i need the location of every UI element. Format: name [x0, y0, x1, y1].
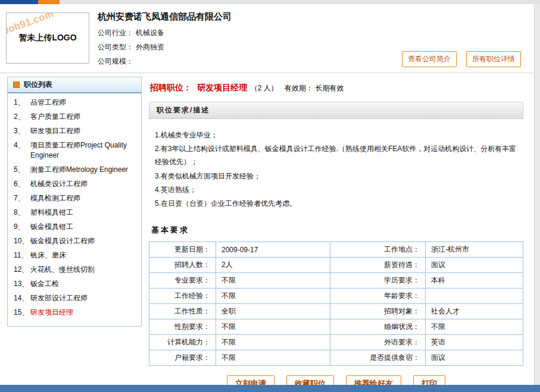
job-item-label: 品管工程师 [30, 98, 138, 108]
job-list-item[interactable]: 2、客户质量工程师 [8, 108, 141, 122]
requirement-label: 婚姻状况： [330, 319, 426, 335]
job-item-number: 1、 [14, 98, 30, 108]
job-item-label: 铣床、磨床 [30, 250, 138, 261]
requirement-value: 不限 [216, 350, 330, 366]
requirement-value [426, 288, 523, 304]
requirements-row: 招聘人数：2人薪资待遇：面议 [149, 258, 523, 273]
list-icon [13, 81, 20, 88]
description-line: 3.有类似机械方面项目开发经验； [155, 170, 521, 183]
view-company-profile-button[interactable]: 查看公司简介 [402, 51, 457, 67]
job-item-number: 6、 [14, 179, 30, 189]
job-list-item[interactable]: 12、火花机、慢丝线切割 [8, 261, 141, 275]
job-item-number: 2、 [14, 112, 30, 122]
requirement-label: 工作性质： [149, 304, 216, 319]
company-logo: Job91.com 暂未上传LOGO [6, 12, 89, 64]
requirements-row: 户籍要求：不限是否提供食宿：面议 [149, 350, 523, 366]
requirement-value: 2009-09-17 [216, 242, 330, 258]
job-list-item[interactable]: 5、测量工程师Metrology Engineer [8, 161, 141, 175]
job-item-number: 13、 [14, 279, 30, 289]
job-item-label: 模具检测工程师 [30, 193, 138, 203]
requirement-value: 全职 [216, 304, 330, 319]
page-header: Job91.com 暂未上传LOGO 杭州安费诺飞凤通信部品有限公司 公司行业：… [0, 4, 540, 73]
job-item-label: 钣金模具设计工程师 [30, 236, 138, 246]
job-list-item[interactable]: 8、塑料模具钳工 [8, 203, 141, 218]
description-line: 1.机械类专业毕业； [155, 128, 521, 142]
requirements-row: 性别要求：不限婚姻状况：不限 [149, 319, 523, 335]
company-name: 杭州安费诺飞凤通信部品有限公司 [98, 11, 533, 23]
company-field-value: 外商独资 [136, 43, 164, 51]
requirements-table: 更新日期：2009-09-17工作地点：浙江-杭州市招聘人数：2人薪资待遇：面议… [149, 242, 523, 366]
requirement-value: 不限 [216, 288, 330, 304]
job-detail-panel: 招聘职位： 研发项目经理 （2 人） 有效期： 长期有效 职位要求/描述 1.机… [149, 77, 523, 392]
job-item-number: 5、 [14, 165, 30, 175]
description-line: 2.有3年以上结构设计或塑料模具、钣金模具设计工作经验.（熟练使用相关FEA软件… [155, 142, 521, 168]
job-item-label: 研发项目工程师 [30, 126, 138, 136]
requirement-value: 社会人才 [426, 304, 523, 319]
requirement-label: 外语要求： [330, 335, 426, 350]
requirement-value: 不限 [216, 335, 330, 350]
job-list-item[interactable]: 10、钣金模具设计工程师 [8, 232, 141, 246]
requirement-value: 面议 [426, 258, 523, 273]
requirement-label: 薪资待遇： [330, 258, 426, 273]
requirement-value: 面议 [426, 350, 523, 366]
requirements-table-body: 更新日期：2009-09-17工作地点：浙江-杭州市招聘人数：2人薪资待遇：面议… [149, 242, 523, 366]
job-item-label: 塑料模具钳工 [30, 208, 138, 218]
job-item-number: 9、 [14, 222, 30, 232]
requirement-label: 是否提供食宿： [330, 350, 426, 366]
requirement-label: 专业要求： [149, 273, 216, 288]
scrollbar[interactable] [534, 4, 540, 385]
requirements-row: 计算机能力：不限外语要求：英语 [149, 335, 523, 350]
company-field-label: 公司规模： [98, 57, 133, 65]
job-list-item[interactable]: 1、品管工程师 [8, 93, 141, 108]
requirements-row: 专业要求：不限学历要求：本科 [149, 273, 523, 288]
requirement-label: 工作地点： [330, 242, 426, 258]
job-item-number: 15、 [14, 308, 30, 318]
requirements-row: 更新日期：2009-09-17工作地点：浙江-杭州市 [149, 242, 523, 258]
job-item-number: 4、 [14, 140, 30, 161]
company-field-label: 公司行业： [98, 29, 133, 37]
job-list-sidebar: 职位列表 1、品管工程师2、客户质量工程师3、研发项目工程师4、项目质量工程师P… [7, 77, 142, 327]
job-list-item[interactable]: 6、机械类设计工程师 [8, 175, 141, 189]
job-list-item[interactable]: 13、钣金工检 [8, 275, 141, 289]
job-item-label: 机械类设计工程师 [30, 179, 138, 189]
requirement-label: 户籍要求： [149, 350, 216, 366]
all-jobs-detail-button[interactable]: 所有职位详情 [466, 51, 521, 67]
job-item-number: 7、 [14, 193, 30, 203]
job-item-label: 钣金模具钳工 [30, 222, 138, 232]
job-item-label: 研发部设计工程师 [30, 293, 138, 303]
job-list-item[interactable]: 3、研发项目工程师 [8, 122, 141, 136]
company-field-value: 机械设备 [136, 29, 164, 37]
job-item-label: 钣金工检 [30, 279, 138, 289]
job-title: 研发项目经理 [197, 83, 247, 92]
job-list-item[interactable]: 4、项目质量工程师Project Quality Engineer [8, 136, 141, 161]
job-list-item[interactable]: 15、研发项目经理 [8, 303, 141, 318]
bottom-bar [0, 385, 540, 392]
requirement-value: 不限 [216, 273, 330, 288]
job-list-item[interactable]: 14、研发部设计工程师 [8, 289, 141, 303]
job-item-number: 14、 [14, 293, 30, 303]
requirement-label: 性别要求： [149, 319, 216, 335]
top-strip-blue-segment [0, 0, 38, 4]
requirement-label: 学历要求： [330, 273, 426, 288]
requirement-label: 年龄要求： [330, 288, 426, 304]
job-list-item[interactable]: 9、钣金模具钳工 [8, 218, 141, 232]
job-item-label: 测量工程师Metrology Engineer [30, 165, 138, 175]
job-item-number: 10、 [14, 236, 30, 246]
description-line: 5.在日资（台资）企业工作经验者优先考虑。 [155, 197, 521, 210]
job-item-number: 8、 [14, 208, 30, 218]
job-list-item[interactable]: 7、模具检测工程师 [8, 189, 141, 203]
requirement-label: 招聘人数： [149, 258, 216, 273]
job-item-number: 3、 [14, 126, 30, 136]
requirement-value: 浙江-杭州市 [426, 242, 523, 258]
requirement-value: 2人 [216, 258, 330, 273]
requirement-value: 不限 [216, 319, 330, 335]
job-title-label: 招聘职位： [150, 83, 192, 92]
job-item-label: 研发项目经理 [30, 308, 138, 318]
requirement-label: 工作经验： [149, 288, 216, 304]
main-area: 职位列表 1、品管工程师2、客户质量工程师3、研发项目工程师4、项目质量工程师P… [0, 73, 540, 392]
job-list-item[interactable]: 11、铣床、磨床 [8, 246, 141, 261]
validity-label: 有效期： [285, 84, 313, 92]
description-line: 4.英语熟练； [155, 183, 521, 196]
job-item-number: 12、 [14, 265, 30, 275]
job-item-number: 11、 [14, 250, 30, 261]
